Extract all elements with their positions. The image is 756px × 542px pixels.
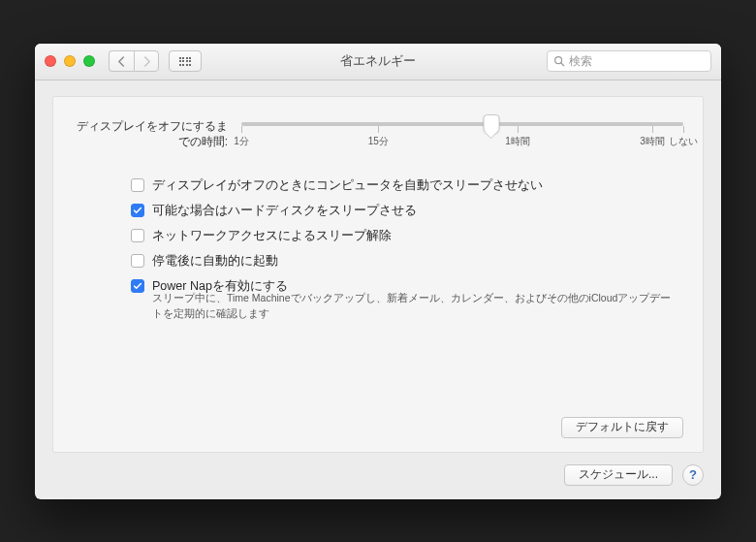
checkbox-row[interactable]: 停電後に自動的に起動 (131, 253, 683, 270)
checkbox-label: 停電後に自動的に起動 (152, 253, 278, 270)
checkbox[interactable] (131, 178, 144, 192)
slider-label: ディスプレイをオフにするまでの時間: (73, 118, 228, 151)
zoom-button[interactable] (83, 55, 95, 67)
search-field[interactable]: 検索 (547, 50, 711, 72)
footer: スケジュール... ? (35, 464, 721, 499)
options-list: ディスプレイがオフのときにコンピュータを自動でスリープさせない可能な場合はハード… (131, 177, 683, 295)
display-sleep-row: ディスプレイをオフにするまでの時間: 1分15分1時間3時間しない (73, 118, 683, 151)
search-icon (553, 55, 565, 67)
minimize-button[interactable] (64, 55, 76, 67)
svg-line-1 (561, 63, 564, 66)
search-placeholder: 検索 (569, 53, 592, 70)
restore-defaults-button[interactable]: デフォルトに戻す (561, 417, 683, 438)
tick-label: 3時間 (640, 135, 665, 148)
traffic-lights (45, 55, 95, 67)
tick-label: 1分 (234, 135, 249, 148)
close-button[interactable] (45, 55, 56, 67)
checkbox[interactable] (131, 279, 144, 293)
display-sleep-slider[interactable]: 1分15分1時間3時間しない (241, 118, 683, 148)
checkbox[interactable] (131, 229, 144, 242)
forward-button[interactable] (134, 50, 159, 72)
checkbox-row[interactable]: ディスプレイがオフのときにコンピュータを自動でスリープさせない (131, 177, 683, 194)
content-panel: ディスプレイをオフにするまでの時間: 1分15分1時間3時間しない ディスプレイ… (52, 96, 704, 453)
tick-label: 1時間 (505, 135, 530, 148)
titlebar: 省エネルギー 検索 (35, 44, 721, 80)
checkbox-label: ネットワークアクセスによるスリープ解除 (152, 228, 392, 244)
checkbox-row[interactable]: 可能な場合はハードディスクをスリープさせる (131, 203, 683, 219)
checkbox[interactable] (131, 254, 144, 268)
schedule-button[interactable]: スケジュール... (564, 464, 673, 486)
slider-thumb[interactable] (483, 114, 499, 134)
show-all-button[interactable] (169, 50, 202, 72)
energy-saver-window: 省エネルギー 検索 ディスプレイをオフにするまでの時間: 1分15分1時間3時間… (35, 44, 721, 499)
checkbox[interactable] (131, 204, 144, 217)
checkbox-row[interactable]: ネットワークアクセスによるスリープ解除 (131, 228, 683, 244)
power-nap-description: スリープ中に、Time Machineでバックアップし、新着メール、カレンダー、… (152, 291, 676, 322)
tick-label: 15分 (368, 135, 389, 148)
nav-segmented (109, 50, 159, 72)
tick-label: しない (669, 135, 698, 148)
checkbox-label: ディスプレイがオフのときにコンピュータを自動でスリープさせない (152, 177, 543, 194)
back-button[interactable] (109, 50, 134, 72)
checkbox-label: 可能な場合はハードディスクをスリープさせる (152, 203, 417, 219)
help-button[interactable]: ? (682, 464, 704, 486)
grid-icon (179, 57, 192, 66)
